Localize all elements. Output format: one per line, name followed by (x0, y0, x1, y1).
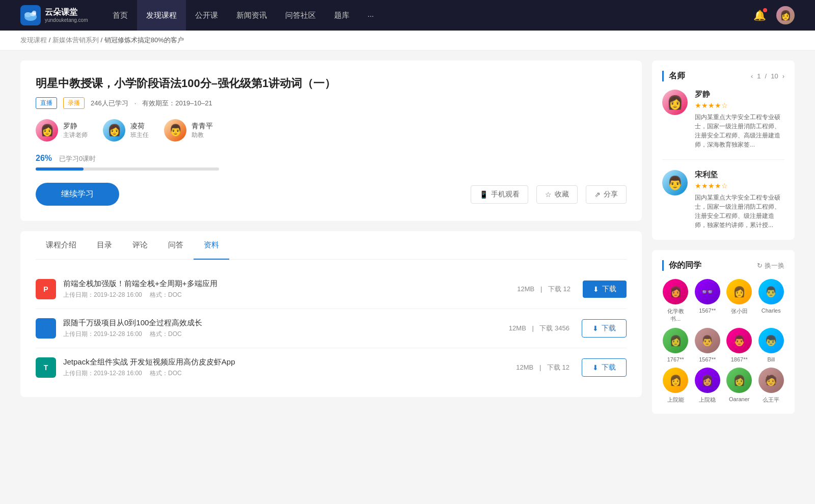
file-name-1: 前端全栈加强版！前端全栈+全周期+多端应用 (63, 279, 515, 289)
classmate-10-avatar[interactable]: 👩 (726, 368, 752, 393)
classmate-11-name: 么王平 (763, 396, 779, 404)
tab-content-resources: P 前端全栈加强版！前端全栈+全周期+多端应用 上传日期：2019-12-28 … (36, 260, 627, 397)
share-button[interactable]: ⇗ 分享 (586, 185, 627, 204)
classmate-8-name: 上院能 (667, 396, 684, 404)
logo-name: 云朵课堂 (45, 7, 88, 17)
breadcrumb-current: 销冠修炼术搞定80%的客户 (104, 36, 184, 44)
teachers-sidebar-title: 名师 (662, 71, 685, 81)
nav-items: 首页 发现课程 公开课 新闻资讯 问答社区 题库 ··· (103, 0, 753, 31)
classmate-7-name: Bill (767, 356, 775, 362)
teacher-3-avatar: 👨 (164, 119, 186, 142)
classmate-9-name: 上院稳 (699, 396, 716, 404)
teacher-3-role: 助教 (192, 131, 213, 139)
bell-icon[interactable]: 🔔 (753, 9, 766, 21)
nav-discover[interactable]: 发现课程 (137, 0, 186, 31)
teachers-list: 👩 罗静 主讲老师 👩 凌荷 班主任 (36, 119, 627, 142)
file-icon-1: P (36, 279, 56, 299)
classmate-5: 👨 1567** (694, 328, 721, 362)
classmate-5-avatar[interactable]: 👨 (695, 328, 720, 353)
download-icon-2: ⬇ (592, 324, 599, 332)
progress-bar-fill (36, 167, 84, 171)
refresh-button[interactable]: ↻ 换一换 (757, 261, 784, 270)
progress-section: 26% 已学习0课时 (36, 154, 627, 171)
teacher-page-total: 10 (771, 72, 778, 80)
collect-button[interactable]: ☆ 收藏 (536, 185, 578, 204)
teacher-sidebar-1-name: 罗静 (695, 90, 784, 99)
left-column: 明星中教授课，小学阶段语法100分–强化级第1讲动词（一） 直播 录播 246人… (20, 61, 642, 424)
tab-intro[interactable]: 课程介绍 (36, 231, 87, 259)
classmates-grid: 👩 化学教书... 👓 1567** 👩 张小田 👨 Charles 👩 (662, 279, 784, 404)
classmate-10-name: Oaraner (729, 396, 749, 402)
classmate-4-avatar[interactable]: 👩 (663, 328, 688, 353)
logo[interactable]: 云朵课堂 yundouketang.com (20, 5, 88, 25)
nav-qa[interactable]: 问答社区 (276, 0, 325, 31)
classmate-8: 👩 上院能 (662, 368, 689, 404)
classmate-9-avatar[interactable]: 👩 (695, 368, 720, 393)
teacher-sidebar-2-desc: 国内某重点大学安全工程专业硕士，国家一级注册消防工程师、注册安全工程师、级注册建… (695, 193, 784, 230)
refresh-icon: ↻ (757, 262, 763, 269)
course-title: 明星中教授课，小学阶段语法100分–强化级第1讲动词（一） (36, 76, 627, 91)
classmate-7: 👦 Bill (758, 328, 785, 362)
classmate-4: 👩 1767** (662, 328, 689, 362)
tab-catalog[interactable]: 目录 (87, 231, 122, 259)
classmate-8-avatar[interactable]: 👩 (663, 368, 688, 393)
classmate-2-avatar[interactable]: 👩 (726, 279, 752, 304)
action-row: 继续学习 📱 手机观看 ☆ 收藏 ⇗ 分享 (36, 183, 627, 206)
teacher-sidebar-2-name: 宋利坚 (695, 170, 784, 180)
nav-more[interactable]: ··· (359, 0, 384, 31)
download-icon-1: ⬇ (593, 285, 599, 293)
file-stats-1: 12MB | 下载 12 (515, 285, 573, 294)
teacher-1-role: 主讲老师 (63, 131, 88, 139)
file-stats-3: 12MB | 下载 12 (514, 363, 572, 372)
breadcrumb-series[interactable]: 新媒体营销系列 (52, 36, 99, 44)
download-button-2[interactable]: ⬇ 下载 (582, 319, 627, 338)
tab-resources[interactable]: 资料 (194, 231, 229, 259)
classmate-10: 👩 Oaraner (726, 368, 753, 404)
continue-button[interactable]: 继续学习 (36, 183, 119, 206)
teacher-pagination: ‹ 1 / 10 › (751, 72, 784, 80)
progress-sub: 已学习0课时 (59, 155, 96, 162)
teacher-3-name: 青青平 (192, 122, 213, 131)
file-item-2: 👤 跟随千万级项目从0到100全过程高效成长 上传日期：2019-12-28 1… (36, 309, 627, 348)
teachers-sidebar-card: 名师 ‹ 1 / 10 › 👩 罗静 ★★★★☆ 国内某重点大学安全工程专业硕士… (652, 61, 795, 240)
classmate-3-avatar[interactable]: 👨 (758, 279, 784, 304)
download-button-1[interactable]: ⬇ 下载 (583, 281, 627, 298)
course-meta: 直播 录播 246人已学习 · 有效期至：2019–10–21 (36, 97, 627, 109)
user-avatar-nav[interactable]: 👩 (776, 6, 795, 24)
nav-open[interactable]: 公开课 (186, 0, 227, 31)
badge-rec: 录播 (63, 97, 85, 109)
classmate-2-name: 张小田 (731, 307, 748, 315)
mobile-watch-button[interactable]: 📱 手机观看 (471, 185, 528, 204)
breadcrumb-discover[interactable]: 发现课程 (20, 36, 47, 44)
classmate-11-avatar[interactable]: 🧑 (758, 368, 784, 393)
teacher-sidebar-2-avatar: 👨 (662, 170, 688, 195)
download-button-3[interactable]: ⬇ 下载 (582, 358, 627, 377)
tab-qa[interactable]: 问答 (158, 231, 194, 259)
breadcrumb: 发现课程 / 新媒体营销系列 / 销冠修炼术搞定80%的客户 (0, 31, 815, 50)
classmate-7-avatar[interactable]: 👦 (758, 328, 784, 353)
classmate-1-avatar[interactable]: 👓 (695, 279, 720, 304)
classmate-0-avatar[interactable]: 👩 (663, 279, 688, 304)
prev-teacher-btn[interactable]: ‹ (751, 72, 753, 80)
teacher-2-avatar: 👩 (103, 119, 125, 142)
course-card: 明星中教授课，小学阶段语法100分–强化级第1讲动词（一） 直播 录播 246人… (20, 61, 642, 221)
notification-dot (763, 8, 767, 12)
action-buttons: 📱 手机观看 ☆ 收藏 ⇗ 分享 (471, 185, 627, 204)
nav-exam[interactable]: 题库 (325, 0, 359, 31)
classmate-6-name: 1867** (731, 356, 748, 362)
nav-news[interactable]: 新闻资讯 (227, 0, 276, 31)
teacher-1-avatar: 👩 (36, 119, 58, 142)
tabs: 课程介绍 目录 评论 问答 资料 (36, 231, 627, 260)
course-valid: 有效期至：2019–10–21 (142, 99, 212, 108)
teacher-1-name: 罗静 (63, 122, 88, 131)
nav-right: 🔔 👩 (753, 6, 795, 24)
file-name-2: 跟随千万级项目从0到100全过程高效成长 (63, 318, 507, 328)
teacher-sidebar-1: 👩 罗静 ★★★★☆ 国内某重点大学安全工程专业硕士，国家一级注册消防工程师、注… (662, 90, 784, 160)
tab-review[interactable]: 评论 (122, 231, 158, 259)
next-teacher-btn[interactable]: › (782, 72, 784, 80)
course-students: 246人已学习 (91, 99, 128, 108)
star-icon: ☆ (545, 190, 552, 199)
nav-home[interactable]: 首页 (103, 0, 137, 31)
classmate-6-avatar[interactable]: 👨 (726, 328, 752, 353)
mobile-icon: 📱 (479, 190, 488, 199)
